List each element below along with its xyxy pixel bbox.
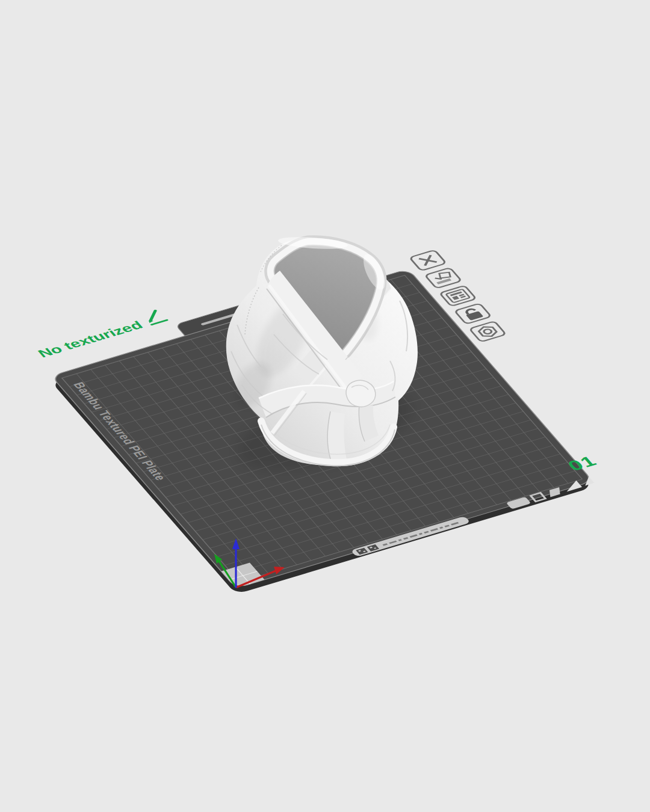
edit-texture-icon[interactable] — [142, 310, 167, 325]
belt-knot — [346, 380, 376, 407]
plate-settings-icon[interactable] — [469, 321, 506, 342]
lock-plate-icon[interactable] — [454, 303, 491, 324]
edit-plate-icon[interactable] — [425, 268, 462, 289]
plate-layout-icon[interactable] — [439, 286, 476, 307]
close-plate-icon[interactable] — [409, 250, 446, 271]
slicer-viewport: Bambu Textured PEI Plate No texturized 0… — [0, 0, 650, 812]
